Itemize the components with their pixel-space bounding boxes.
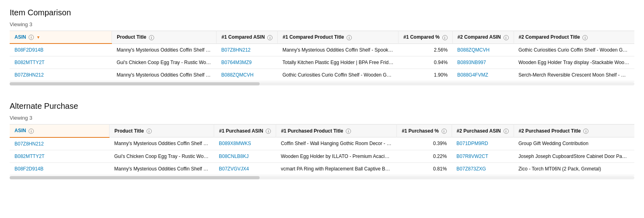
product-title-info-icon[interactable]: i [149, 35, 154, 40]
asin-info-icon[interactable]: i [29, 35, 34, 40]
col-header-purch2-asin: #2 Purchased ASIN i [452, 125, 514, 137]
alternate-purchase-scrollbar-thumb[interactable] [10, 176, 260, 179]
item-comparison-table-wrapper[interactable]: ASIN i ▼ Product Title i #1 Compared ASI… [10, 31, 634, 89]
ic-comp2-asin-1[interactable]: B0893NB997 [452, 56, 514, 69]
purch1-title-info-icon[interactable]: i [346, 129, 351, 134]
col-header-ap-asin: ASIN i [10, 125, 109, 137]
ap-purch1-pct-1: 0.22% [397, 150, 452, 162]
ap-asin-1[interactable]: B082MTTY2T [10, 150, 109, 162]
ap-product-title-info-icon[interactable]: i [147, 129, 152, 134]
ap-purch2-title-0: Group Gift Wedding Contribution [514, 137, 634, 150]
ap-purch2-title-2: Zico - Torch MT06N (2 Pack, Gnmetal) [514, 162, 634, 175]
table-row: B07Z8HN212 Manny's Mysterious Oddities C… [10, 137, 634, 150]
ap-purch1-title-0: Coffin Shelf - Wall Hanging Gothic Room … [276, 137, 397, 150]
ic-comp1-pct-2: 1.90% [398, 69, 452, 81]
ic-comp2-title-0: Gothic Curiosities Curio Coffin Shelf - … [514, 44, 634, 56]
col-header-comp2-title: #2 Compared Product Title i [514, 31, 634, 44]
col-header-comp1-title: #1 Compared Product Title i [278, 31, 398, 44]
table-row: B07Z8HN212 Manny's Mysterious Oddities C… [10, 69, 634, 81]
ap-purch2-asin-1[interactable]: B07R8VW2CT [452, 150, 514, 162]
col-header-product-title: Product Title i [112, 31, 217, 44]
ic-comp1-asin-0[interactable]: B07Z8HN212 [217, 44, 278, 56]
asin-sort-icon[interactable]: ▼ [36, 35, 40, 39]
item-comparison-title: Item Comparison [10, 8, 634, 17]
ap-asin-2[interactable]: B08F2D914B [10, 162, 109, 175]
alternate-purchase-header-row: ASIN i Product Title i #1 Purchased ASIN… [10, 125, 634, 137]
ap-purch2-asin-0[interactable]: B071DPM9RD [452, 137, 514, 150]
col-header-ap-product-title: Product Title i [109, 125, 214, 137]
ap-purch2-title-1: Joseph Joseph CupboardStore Cabinet Door… [514, 150, 634, 162]
ic-comp1-title-2: Gothic Curiosities Curio Coffin Shelf - … [278, 69, 398, 81]
ap-purch1-asin-2[interactable]: B07ZVGVJX4 [214, 162, 276, 175]
ap-purch1-asin-1[interactable]: B08CNLB8KJ [214, 150, 276, 162]
comp1-pct-info-icon[interactable]: i [442, 35, 448, 40]
ic-comp2-asin-2[interactable]: B088G4FVMZ [452, 69, 514, 81]
alternate-purchase-table: ASIN i Product Title i #1 Purchased ASIN… [10, 124, 634, 175]
purch1-pct-info-icon[interactable]: i [442, 129, 447, 134]
ic-asin-2[interactable]: B07Z8HN212 [10, 69, 112, 81]
comp2-title-info-icon[interactable]: i [582, 35, 588, 40]
ic-comp1-asin-2[interactable]: B088ZQMCVH [217, 69, 278, 81]
ic-comp1-pct-1: 0.94% [398, 56, 452, 69]
item-comparison-viewing: Viewing 3 [10, 21, 634, 27]
ap-product-title-0: Manny's Mysterious Oddities Coffin Shelf… [109, 137, 214, 150]
alternate-purchase-scrollbar[interactable] [10, 176, 634, 179]
purch2-title-info-icon[interactable]: i [583, 129, 588, 134]
col-header-comp1-asin: #1 Compared ASIN i [217, 31, 278, 44]
ic-product-title-0: Manny's Mysterious Oddities Coffin Shelf… [112, 44, 217, 56]
ic-asin-1[interactable]: B082MTTY2T [10, 56, 112, 69]
ap-purch1-pct-2: 0.81% [397, 162, 452, 175]
ap-asin-0[interactable]: B07Z8HN212 [10, 137, 109, 150]
item-comparison-table: ASIN i ▼ Product Title i #1 Compared ASI… [10, 31, 634, 81]
ic-comp2-title-1: Wooden Egg Holder Tray display -Stackabl… [514, 56, 634, 69]
col-header-comp1-pct: #1 Compared % i [398, 31, 452, 44]
alternate-purchase-table-wrapper[interactable]: ASIN i Product Title i #1 Purchased ASIN… [10, 124, 634, 182]
col-header-purch1-asin: #1 Purchased ASIN i [214, 125, 276, 137]
comp1-asin-info-icon[interactable]: i [267, 35, 272, 40]
ap-asin-info-icon[interactable]: i [29, 129, 34, 134]
purch2-asin-info-icon[interactable]: i [504, 129, 509, 134]
table-row: B08F2D914B Manny's Mysterious Oddities C… [10, 162, 634, 175]
ic-asin-0[interactable]: B08F2D914B [10, 44, 112, 56]
comp2-asin-info-icon[interactable]: i [504, 35, 509, 40]
ap-product-title-2: Manny's Mysterious Oddities Coffin Shelf… [109, 162, 214, 175]
ap-purch1-asin-0[interactable]: B089X8MWKS [214, 137, 276, 150]
purch1-asin-info-icon[interactable]: i [266, 129, 271, 134]
item-comparison-scrollbar[interactable] [10, 82, 634, 85]
ic-comp2-title-2: Serch-Merch Reversible Crescent Moon She… [514, 69, 634, 81]
ap-purch1-title-2: vcmart PA Ring with Replacement Ball Cap… [276, 162, 397, 175]
comp1-title-info-icon[interactable]: i [347, 35, 352, 40]
ic-comp2-asin-0[interactable]: B088ZQMCVH [452, 44, 514, 56]
ic-product-title-1: Gui's Chicken Coop Egg Tray - Rustic Woo… [112, 56, 217, 69]
item-comparison-section: Item Comparison Viewing 3 ASIN i ▼ Produ… [10, 8, 634, 89]
col-header-asin[interactable]: ASIN i ▼ [10, 31, 112, 44]
alternate-purchase-title: Alternate Purchase [10, 102, 634, 111]
table-row: B082MTTY2T Gui's Chicken Coop Egg Tray -… [10, 56, 634, 69]
col-header-purch2-title: #2 Purchased Product Title i [514, 125, 634, 137]
ap-purch2-asin-2[interactable]: B07Z873ZXG [452, 162, 514, 175]
col-header-purch1-title: #1 Purchased Product Title i [276, 125, 397, 137]
col-header-purch1-pct: #1 Purchased % i [397, 125, 452, 137]
alternate-purchase-section: Alternate Purchase Viewing 3 ASIN i Prod… [10, 102, 634, 182]
ap-product-title-1: Gui's Chicken Coop Egg Tray - Rustic Woo… [109, 150, 214, 162]
ic-comp1-pct-0: 2.56% [398, 44, 452, 56]
item-comparison-header-row: ASIN i ▼ Product Title i #1 Compared ASI… [10, 31, 634, 44]
col-header-comp2-asin: #2 Compared ASIN i [452, 31, 514, 44]
alternate-purchase-viewing: Viewing 3 [10, 115, 634, 121]
item-comparison-scrollbar-thumb[interactable] [10, 82, 260, 85]
ic-comp1-title-1: Totally Kitchen Plastic Egg Holder | BPA… [278, 56, 398, 69]
table-row: B082MTTY2T Gui's Chicken Coop Egg Tray -… [10, 150, 634, 162]
ic-product-title-2: Manny's Mysterious Oddities Coffin Shelf… [112, 69, 217, 81]
ic-comp1-asin-1[interactable]: B0764M3MZ9 [217, 56, 278, 69]
ic-comp1-title-0: Manny's Mysterious Oddities Coffin Shelf… [278, 44, 398, 56]
ap-purch1-pct-0: 0.39% [397, 137, 452, 150]
table-row: B08F2D914B Manny's Mysterious Oddities C… [10, 44, 634, 56]
ap-purch1-title-1: Wooden Egg Holder by ILLATO - Premium Ac… [276, 150, 397, 162]
